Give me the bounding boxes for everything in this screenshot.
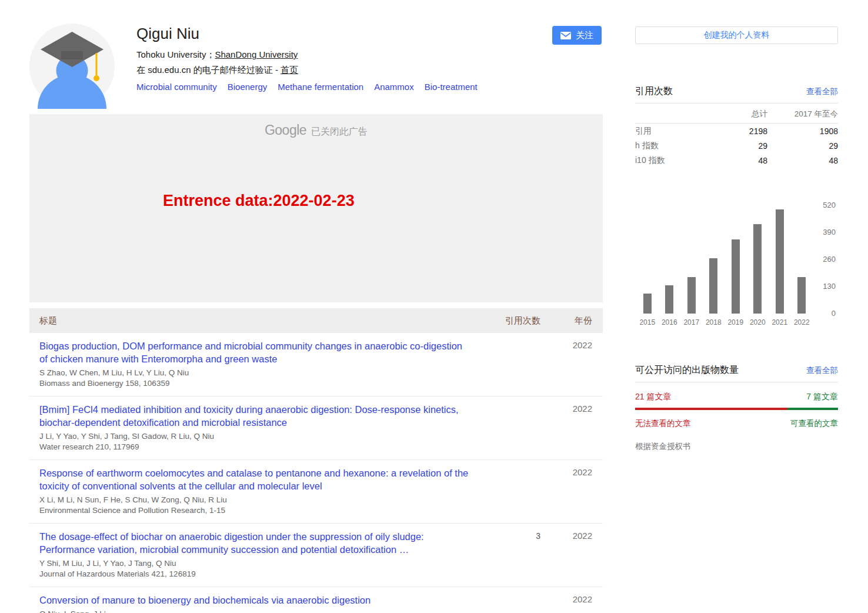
chart-year-label: 2016 — [659, 318, 681, 327]
citations-section-header: 引用次数 查看全部 — [635, 85, 838, 104]
scholar-profile-page: Qigui Niu Tohoku University；ShanDong Uni… — [0, 0, 868, 613]
affiliation: Tohoku University；ShanDong University — [136, 49, 603, 61]
publication-cited-count[interactable] — [488, 467, 540, 516]
chart-bar-slot — [791, 205, 813, 314]
publication-authors: Q Niu, L Song, J Li — [39, 609, 471, 613]
available-bar-segment — [787, 408, 838, 410]
interest-link-microbial-community[interactable]: Microbial community — [136, 82, 217, 92]
stat-label[interactable]: 引用 — [635, 124, 715, 139]
chart-bar[interactable] — [776, 209, 784, 314]
chart-bar[interactable] — [643, 294, 652, 314]
chart-bar[interactable] — [732, 239, 740, 314]
chart-axis-tick: 390 — [823, 228, 836, 237]
unavailable-label: 无法查看的文章 — [635, 418, 691, 429]
interest-link-anammox[interactable]: Anammox — [374, 82, 414, 92]
chart-bar[interactable] — [709, 258, 717, 314]
chart-bar[interactable] — [687, 277, 696, 314]
publication-cited-count[interactable] — [488, 339, 540, 389]
stats-body: 引用21981908h 指数2929i10 指数4848 — [635, 124, 838, 168]
interests: Microbial communityBioenergyMethane ferm… — [136, 82, 603, 92]
publication-main: Biogas production, DOM performance and m… — [39, 339, 488, 389]
stat-total: 29 — [715, 138, 767, 153]
stats-col-total: 总计 — [715, 104, 767, 124]
citations-heading: 引用次数 — [635, 85, 673, 98]
interest-link-bioenergy[interactable]: Bioenergy — [228, 82, 268, 92]
publication-cited-count[interactable] — [488, 594, 540, 613]
avatar[interactable] — [29, 24, 115, 109]
chart-year-label: 2022 — [791, 318, 813, 327]
public-access-labels: 无法查看的文章 可查看的文章 — [635, 418, 838, 429]
publication-list: Biogas production, DOM performance and m… — [29, 333, 603, 613]
publication-cited-count[interactable] — [488, 403, 540, 452]
chart-bar-slot — [725, 205, 747, 314]
citations-view-all-link[interactable]: 查看全部 — [806, 86, 838, 97]
publications-header: 标题 引用次数 年份 — [29, 308, 603, 333]
homepage-link[interactable]: 首页 — [281, 65, 298, 75]
stat-since: 29 — [767, 138, 838, 153]
publication-venue: Biomass and Bioenergy 158, 106359 — [39, 378, 471, 389]
publication-main: The dosage-effect of biochar on anaerobi… — [39, 530, 488, 579]
publication-main: Conversion of manure to bioenergy and bi… — [39, 594, 488, 613]
follow-button[interactable]: 关注 — [552, 26, 602, 45]
publication-venue: Environmental Science and Pollution Rese… — [39, 505, 471, 516]
publication-authors: S Zhao, W Chen, M Liu, H Lv, Y Liu, Q Ni… — [39, 368, 471, 378]
stats-row: h 指数2929 — [635, 138, 838, 153]
profile-name: Qigui Niu — [136, 25, 603, 43]
publication-row: Biogas production, DOM performance and m… — [29, 333, 603, 397]
unavailable-count[interactable]: 21 篇文章 — [635, 392, 671, 402]
publication-row: Response of earthworm coelomocytes and c… — [29, 460, 603, 524]
publication-authors: J Li, Y Yao, Y Shi, J Tang, SI Gadow, R … — [39, 431, 471, 442]
publication-year: 2022 — [540, 467, 592, 516]
chart-bar[interactable] — [665, 285, 673, 314]
publication-authors: X Li, M Li, N Sun, F He, S Chu, W Zong, … — [39, 495, 471, 505]
publication-title[interactable]: Biogas production, DOM performance and m… — [39, 339, 471, 365]
chart-bar-slot — [703, 205, 725, 314]
stat-since: 48 — [767, 153, 838, 168]
publication-title[interactable]: Response of earthworm coelomocytes and c… — [39, 467, 471, 492]
chart-year-label: 2019 — [725, 318, 747, 327]
publication-year: 2022 — [540, 339, 592, 389]
interest-link-methane-fermentation[interactable]: Methane fermentation — [278, 82, 363, 92]
chart-bar[interactable] — [753, 224, 762, 314]
mandates-note: 根据资金授权书 — [635, 441, 838, 452]
publication-title[interactable]: Conversion of manure to bioenergy and bi… — [39, 594, 471, 607]
stats-row: i10 指数4848 — [635, 153, 838, 168]
chart-year-label: 2020 — [747, 318, 769, 327]
chart-bar[interactable] — [797, 277, 806, 314]
stat-label[interactable]: i10 指数 — [635, 153, 715, 168]
stat-label[interactable]: h 指数 — [635, 138, 715, 153]
publication-title[interactable]: The dosage-effect of biochar on anaerobi… — [39, 530, 471, 556]
affiliation-link[interactable]: ShanDong University — [215, 49, 298, 59]
ad-header: Google已关闭此广告 — [29, 114, 603, 138]
create-profile-button[interactable]: 创建我的个人资料 — [635, 26, 838, 44]
stat-total: 2198 — [715, 124, 767, 139]
publication-cited-count[interactable]: 3 — [488, 530, 540, 579]
stats-col-since: 2017 年至今 — [767, 104, 838, 124]
column-title[interactable]: 标题 — [39, 315, 488, 327]
envelope-icon — [560, 32, 571, 39]
public-access-section-header: 可公开访问的出版物数量 查看全部 — [635, 364, 838, 382]
chart-year-label: 2017 — [680, 318, 703, 327]
chart-year-label: 2015 — [636, 318, 659, 327]
column-year[interactable]: 年份 — [540, 315, 592, 327]
interest-link-bio-treatment[interactable]: Bio-treatment — [425, 82, 478, 92]
verified-text: 在 sdu.edu.cn 的电子邮件经过验证 - — [136, 65, 281, 75]
citation-stats-table: 总计 2017 年至今 引用21981908h 指数2929i10 指数4848 — [635, 104, 838, 168]
publication-main: Response of earthworm coelomocytes and c… — [39, 467, 488, 516]
graduate-avatar-icon — [29, 24, 115, 109]
stats-row: 引用21981908 — [635, 124, 838, 139]
publication-main: [Bmim] FeCl4 mediated inhibition and tox… — [39, 403, 488, 452]
main-column: Qigui Niu Tohoku University；ShanDong Uni… — [29, 24, 603, 613]
chart-axis-tick: 0 — [832, 309, 836, 318]
ad-placeholder: Google已关闭此广告 Entrence data:2022-02-23 — [29, 114, 603, 302]
publication-row: Conversion of manure to bioenergy and bi… — [29, 587, 603, 613]
chart-bars — [636, 205, 813, 314]
publication-title[interactable]: [Bmim] FeCl4 mediated inhibition and tox… — [39, 403, 471, 429]
column-cited-by[interactable]: 引用次数 — [488, 315, 540, 327]
public-access-view-all-link[interactable]: 查看全部 — [806, 365, 838, 376]
chart-axis-tick: 260 — [823, 255, 836, 264]
publication-year: 2022 — [540, 403, 592, 452]
stat-total: 48 — [715, 153, 767, 168]
follow-label: 关注 — [576, 30, 593, 41]
available-count[interactable]: 7 篇文章 — [806, 392, 838, 402]
